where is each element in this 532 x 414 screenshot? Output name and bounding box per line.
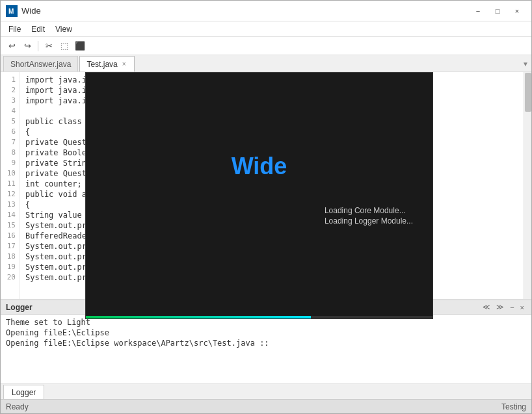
main-area: 1234567891011121314151617181920 import j… [1, 72, 531, 399]
splash-progress-fill [86, 316, 311, 318]
toolbar-separator [38, 41, 38, 51]
cut-button[interactable]: ✂ [42, 39, 56, 53]
bottom-tab-logger[interactable]: Logger [3, 385, 44, 399]
menu-edit[interactable]: Edit [26, 23, 50, 35]
copy-button[interactable]: ⬚ [57, 39, 72, 53]
status-right: Testing [501, 402, 526, 411]
maximize-button[interactable]: □ [488, 4, 507, 18]
app-icon: M [6, 5, 18, 17]
minimize-button[interactable]: − [469, 4, 487, 18]
logger-line: Opening fileE:\Eclipse workspace\APartz\… [6, 338, 526, 348]
logger-content: Theme set to LightOpening fileE:\Eclipse… [1, 315, 531, 383]
logger-title: Logger [6, 303, 33, 312]
tab-shortanswer[interactable]: ShortAnswer.java [3, 56, 78, 71]
menu-view[interactable]: View [50, 23, 77, 35]
scrollbar-thumb[interactable] [525, 73, 531, 112]
splash-title: Wide [232, 153, 287, 180]
redo-button[interactable]: ↪ [20, 39, 34, 53]
logger-close[interactable]: × [518, 303, 526, 312]
logger-scroll-down[interactable]: ≫ [494, 302, 506, 312]
close-button[interactable]: × [508, 4, 526, 18]
bottom-tab-bar: Logger [1, 383, 531, 399]
tab-bar: ShortAnswer.java Test.java × ▼ [1, 55, 531, 72]
menu-file[interactable]: File [3, 23, 26, 35]
paste-button[interactable]: ⬛ [73, 39, 87, 53]
undo-button[interactable]: ↩ [5, 39, 19, 53]
vertical-scrollbar[interactable] [524, 72, 531, 299]
svg-text:M: M [8, 8, 14, 15]
title-bar: M Wide − □ × [1, 1, 531, 21]
logger-scroll-up[interactable]: ≪ [481, 302, 492, 312]
window-title: Wide [21, 6, 469, 16]
status-bar: Ready Testing [1, 399, 531, 413]
status-left: Ready [6, 402, 29, 411]
logger-controls: ≪ ≫ − × [481, 302, 526, 312]
tab-test-close[interactable]: × [121, 60, 127, 68]
splash-loading-line-2: Loading Logger Module... [325, 216, 413, 226]
tab-scroll-icon[interactable]: ▼ [522, 60, 529, 67]
logger-line: Opening fileE:\Eclipse [6, 328, 526, 338]
tab-test[interactable]: Test.java × [79, 56, 134, 71]
splash-loading-line-1: Loading Core Module... [325, 206, 406, 215]
window-controls: − □ × [469, 4, 526, 18]
logger-minimize[interactable]: − [508, 303, 516, 312]
tab-test-label: Test.java [86, 60, 117, 69]
splash-screen: Wide Loading Core Module... Loading Logg… [85, 72, 433, 319]
splash-loading: Loading Core Module... Loading Logger Mo… [325, 206, 413, 226]
splash-progress-bar [86, 316, 432, 318]
menu-bar: File Edit View [1, 21, 531, 37]
line-numbers: 1234567891011121314151617181920 [1, 72, 20, 299]
tab-shortanswer-label: ShortAnswer.java [10, 60, 71, 69]
toolbar: ↩ ↪ ✂ ⬚ ⬛ [1, 37, 531, 55]
main-window: M Wide − □ × File Edit View ↩ ↪ ✂ ⬚ ⬛ Sh… [0, 0, 532, 414]
